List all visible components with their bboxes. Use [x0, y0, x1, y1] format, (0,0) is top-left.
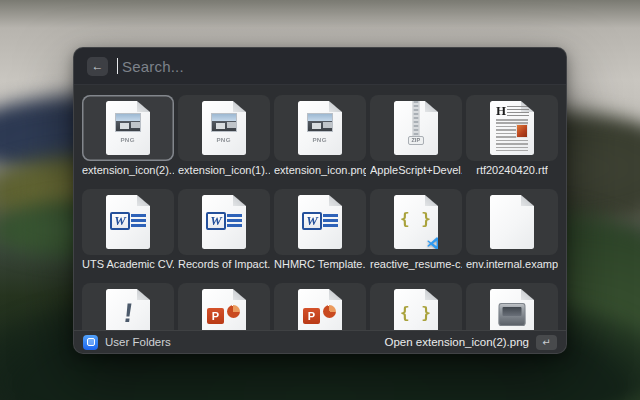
- disk-drive-icon: [499, 303, 526, 326]
- file-item[interactable]: { } reactive_resume-c...: [370, 189, 462, 271]
- file-name: env.internal.example: [466, 257, 558, 271]
- png-type-label: PNG: [121, 136, 135, 143]
- zipper-icon: [413, 101, 420, 136]
- file-item[interactable]: ZIP AppleScript+Devel...: [370, 95, 462, 177]
- file-item[interactable]: W UTS Academic CV...: [82, 189, 174, 271]
- file-name: rtf20240420.rtf: [476, 163, 548, 177]
- file-item[interactable]: { }: [370, 283, 462, 330]
- enter-key-hint: ↵: [536, 335, 557, 350]
- user-folders-icon: [83, 335, 98, 350]
- file-name: NHMRC Template...: [274, 257, 366, 271]
- rtf-inline-image: [516, 124, 528, 138]
- word-logo-icon: W: [206, 212, 226, 230]
- search-bar: ← Search...: [74, 48, 566, 85]
- word-file-icon: W: [202, 195, 246, 249]
- image-thumbnail: [307, 113, 333, 132]
- rtf-preview-letter: H: [496, 104, 506, 117]
- back-arrow-icon: ←: [92, 60, 104, 72]
- file-name: Records of Impact...: [178, 257, 270, 271]
- file-tile[interactable]: P: [178, 283, 270, 330]
- powerpoint-logo-icon: P: [303, 308, 320, 324]
- file-tile[interactable]: PNG: [178, 95, 270, 161]
- source-label: User Folders: [105, 336, 171, 348]
- back-button[interactable]: ←: [87, 57, 108, 76]
- exclamation-icon: !: [103, 289, 154, 330]
- file-tile[interactable]: W: [82, 189, 174, 255]
- file-item[interactable]: env.internal.example: [466, 189, 558, 271]
- zip-file-icon: ZIP: [394, 101, 438, 155]
- file-item[interactable]: PNG extension_icon(1)....: [178, 95, 270, 177]
- file-name: extension_icon(2)....: [82, 163, 174, 177]
- file-item[interactable]: W NHMRC Template...: [274, 189, 366, 271]
- file-name: AppleScript+Devel...: [370, 163, 462, 177]
- file-tile[interactable]: H: [466, 95, 558, 161]
- file-tile[interactable]: { }: [370, 283, 462, 330]
- folder-glyph-icon: [87, 338, 95, 346]
- png-file-icon: PNG: [202, 101, 246, 155]
- word-logo-icon: W: [110, 212, 130, 230]
- png-type-label: PNG: [217, 136, 231, 143]
- file-name: UTS Academic CV...: [82, 257, 174, 271]
- word-file-icon: W: [106, 195, 150, 249]
- action-bar: User Folders Open extension_icon(2).png …: [74, 330, 566, 353]
- json-braces-icon: { }: [394, 289, 438, 330]
- file-tile[interactable]: ZIP: [370, 95, 462, 161]
- file-name: extension_icon.png: [274, 163, 366, 177]
- rtf-file-icon: H: [490, 101, 534, 155]
- file-item[interactable]: H rtf20240420.rtf: [466, 95, 558, 177]
- file-item[interactable]: PNG extension_icon(2)....: [82, 95, 174, 177]
- file-tile[interactable]: !: [82, 283, 174, 330]
- ppt-file-icon: P: [202, 289, 246, 330]
- source-indicator[interactable]: User Folders: [83, 335, 171, 350]
- file-tile[interactable]: W: [274, 189, 366, 255]
- file-item[interactable]: W Records of Impact...: [178, 189, 270, 271]
- file-name: extension_icon(1)....: [178, 163, 270, 177]
- file-name: reactive_resume-c...: [370, 257, 462, 271]
- blank-file-icon: [490, 195, 534, 249]
- vscode-badge-icon: [426, 236, 441, 251]
- file-tile[interactable]: { }: [370, 189, 462, 255]
- png-file-icon: PNG: [298, 101, 342, 155]
- file-tile[interactable]: [466, 283, 558, 330]
- text-cursor: [117, 58, 118, 74]
- word-text-lines: [323, 214, 338, 229]
- pie-chart-icon: [323, 305, 336, 318]
- ppt-file-icon: P: [298, 289, 342, 330]
- file-tile[interactable]: W: [178, 189, 270, 255]
- image-thumbnail: [115, 113, 141, 132]
- return-key-icon: ↵: [542, 337, 550, 348]
- word-text-lines: [227, 214, 242, 229]
- drive-file-icon: [490, 289, 534, 330]
- alert-file-icon: !: [106, 289, 150, 330]
- primary-action[interactable]: Open extension_icon(2).png ↵: [385, 335, 558, 350]
- rtf-text-lines: [507, 106, 529, 116]
- file-tile[interactable]: PNG: [82, 95, 174, 161]
- action-label: Open extension_icon(2).png: [385, 336, 530, 348]
- file-item[interactable]: PNG extension_icon.png: [274, 95, 366, 177]
- file-tile[interactable]: P: [274, 283, 366, 330]
- pie-chart-icon: [227, 305, 240, 318]
- json-file-icon: { }: [394, 289, 438, 330]
- word-logo-icon: W: [302, 212, 322, 230]
- powerpoint-logo-icon: P: [207, 308, 224, 324]
- search-window: ← Search... PNG extension_icon(2).... PN…: [73, 47, 567, 354]
- file-item[interactable]: [466, 283, 558, 330]
- zip-type-label: ZIP: [408, 136, 424, 145]
- image-thumbnail: [211, 113, 237, 132]
- word-file-icon: W: [298, 195, 342, 249]
- png-file-icon: PNG: [106, 101, 150, 155]
- file-item[interactable]: !: [82, 283, 174, 330]
- file-grid: PNG extension_icon(2).... PNG extension_…: [74, 85, 566, 330]
- png-type-label: PNG: [313, 136, 327, 143]
- search-input[interactable]: Search...: [122, 58, 184, 75]
- file-item[interactable]: P: [274, 283, 366, 330]
- file-tile[interactable]: PNG: [274, 95, 366, 161]
- json-file-icon: { }: [394, 195, 438, 249]
- word-text-lines: [131, 214, 146, 229]
- file-item[interactable]: P: [178, 283, 270, 330]
- file-tile[interactable]: [466, 189, 558, 255]
